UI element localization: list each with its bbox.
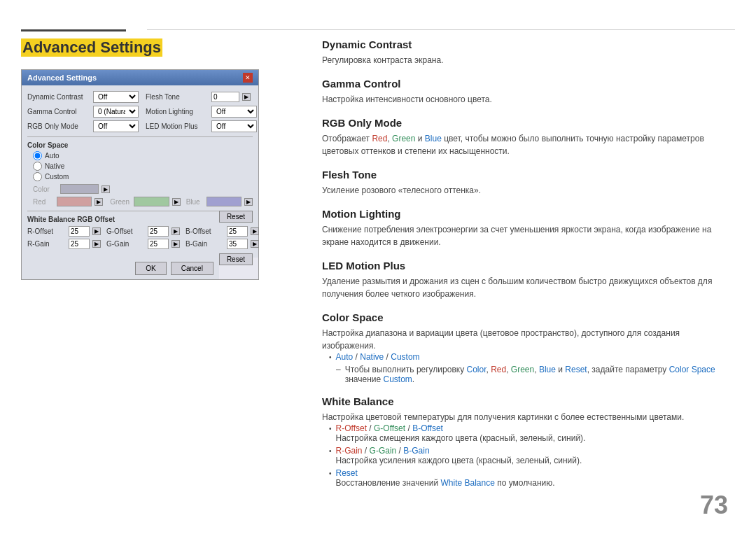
gain-desc: Настройка усиления каждого цвета (красны… [336, 456, 582, 465]
color-space-bullet-item: • Auto / Native / Custom [329, 352, 735, 362]
red-color-link: Red [491, 365, 506, 374]
g-gain-arrow[interactable]: ▶ [172, 240, 180, 248]
wb-reset-text: Reset Восстановление значений White Bala… [336, 468, 555, 488]
radio-auto-input[interactable] [33, 151, 42, 160]
section-white-balance: White Balance Настройка цветовой темпера… [322, 395, 735, 488]
dynamic-contrast-label: Dynamic Contrast [27, 93, 90, 101]
bullet-dot-reset: • [329, 470, 332, 477]
dialog-titlebar: Advanced Settings ✕ [22, 70, 258, 85]
g-gain-input[interactable] [148, 239, 169, 249]
custom-value-link: Custom [384, 374, 412, 384]
bullet-dot-1: • [329, 353, 332, 361]
rgb-only-mode-select[interactable]: Off [93, 120, 139, 132]
b-gain-label: B-Gain [186, 240, 224, 248]
radio-native-label: Native [45, 162, 64, 170]
text-motion-lighting: Снижение потребления электроэнергии за с… [322, 223, 735, 248]
color-space-bullet-list: • Auto / Native / Custom [329, 352, 735, 362]
bullet-dot-gain: • [329, 447, 332, 455]
flesh-tone-input[interactable] [211, 92, 239, 102]
green-label: Green [110, 198, 131, 206]
color-reset-button[interactable]: Reset [219, 211, 253, 223]
wb-bullet-list: • R-Offset / G-Offset / B-Offset Настрой… [329, 423, 735, 488]
heading-gamma-control: Gamma Control [322, 78, 735, 90]
color-arrow[interactable]: ▶ [102, 185, 110, 193]
g-offset-arrow[interactable]: ▶ [172, 227, 180, 235]
reset-color-link: Reset [565, 365, 587, 374]
wb-gain-row: R-Gain ▶ G-Gain ▶ B-Gain ▶ [27, 239, 253, 249]
radio-native: Native [33, 162, 253, 171]
g-offset-input[interactable] [148, 226, 169, 237]
motion-lighting-label: Motion Lighting [146, 108, 209, 115]
color-space-radio-group: Auto Native Custom [33, 151, 253, 181]
red-swatch [57, 197, 92, 206]
r-gain-label: R-Gain [27, 240, 66, 248]
native-link: Native [360, 352, 384, 362]
r-gain-input[interactable] [69, 239, 90, 249]
radio-custom: Custom [33, 172, 253, 181]
page-number: 73 [700, 491, 728, 520]
color-label: Color [33, 185, 57, 193]
green-swatch [134, 197, 169, 206]
wb-reset-link: Reset [336, 468, 358, 478]
section-gamma-control: Gamma Control Настройка интенсивности ос… [322, 78, 735, 106]
gamma-control-select[interactable]: 0 (Natural) [93, 106, 139, 118]
led-motion-plus-select[interactable]: Off [211, 120, 257, 132]
radio-custom-input[interactable] [33, 172, 42, 181]
color-row-inputs: Color ▶ Red ▶ Green ▶ Blue ▶ Reset [33, 184, 253, 206]
heading-rgb-only-mode: RGB Only Mode [322, 117, 735, 129]
dynamic-contrast-select[interactable]: Off [93, 91, 139, 103]
advanced-settings-dialog: Advanced Settings ✕ Dynamic Contrast Off… [21, 69, 259, 280]
wb-bullet-gain: • R-Gain / G-Gain / B-Gain Настройка уси… [329, 446, 735, 465]
b-gain-input[interactable] [227, 239, 248, 249]
green-arrow[interactable]: ▶ [172, 198, 181, 206]
section-motion-lighting: Motion Lighting Снижение потребления эле… [322, 208, 735, 248]
g-gain-label: G-Gain [106, 240, 145, 248]
color-swatch [60, 184, 99, 194]
red-arrow[interactable]: ▶ [94, 198, 103, 206]
right-panel: Dynamic Contrast Регулировка контраста э… [322, 38, 735, 499]
dialog-close-button[interactable]: ✕ [243, 73, 253, 83]
b-offset-input[interactable] [227, 226, 248, 237]
text-color-space: Настройка диапазона и вариации цвета (цв… [322, 327, 735, 352]
b-offset-link: B-Offset [412, 423, 443, 433]
cancel-button[interactable]: Cancel [171, 262, 214, 275]
led-motion-plus-label: LED Motion Plus [146, 122, 209, 130]
wb-reset-button[interactable]: Reset [219, 253, 253, 265]
flesh-tone-label: Flesh Tone [146, 93, 209, 101]
wb-bullet-reset: • Reset Восстановление значений White Ba… [329, 468, 735, 488]
sub-dash-1: – [336, 365, 341, 374]
offset-desc: Настройка смещения каждого цвета (красны… [336, 433, 586, 443]
motion-lighting-select[interactable]: Off [211, 106, 257, 118]
dialog-footer: OK Cancel [22, 258, 219, 279]
wb-offset-text: R-Offset / G-Offset / B-Offset Настройка… [336, 423, 586, 443]
section-flesh-tone: Flesh Tone Усиление розового «телесного … [322, 169, 735, 197]
green-color-link: Green [511, 365, 534, 374]
divider-1 [27, 136, 253, 137]
r-offset-input[interactable] [69, 226, 90, 237]
flesh-tone-arrow-right[interactable]: ▶ [242, 93, 251, 101]
text-gamma-control: Настройка интенсивности основного цвета. [322, 93, 735, 106]
color-row: Color ▶ [33, 184, 253, 194]
b-offset-arrow[interactable]: ▶ [251, 227, 259, 235]
ok-button[interactable]: OK [135, 262, 166, 275]
radio-native-input[interactable] [33, 162, 42, 171]
section-color-space: Color Space Настройка диапазона и вариац… [322, 311, 735, 384]
section-dynamic-contrast: Dynamic Contrast Регулировка контраста э… [322, 38, 735, 66]
b-gain-arrow[interactable]: ▶ [251, 240, 259, 248]
color-space-link: Color Space [669, 365, 715, 374]
dialog-title: Advanced Settings [27, 73, 97, 82]
left-panel: Advanced Settings Advanced Settings ✕ Dy… [21, 38, 294, 280]
r-offset-arrow[interactable]: ▶ [92, 227, 101, 235]
blue-swatch [206, 197, 241, 206]
heading-white-balance: White Balance [322, 395, 735, 407]
blue-arrow[interactable]: ▶ [244, 198, 253, 206]
heading-led-motion-plus: LED Motion Plus [322, 260, 735, 272]
radio-auto: Auto [33, 151, 253, 160]
white-balance-link: White Balance [440, 478, 494, 488]
dialog-row-3: RGB Only Mode Off LED Motion Plus Off [27, 120, 253, 132]
r-gain-arrow[interactable]: ▶ [92, 240, 101, 248]
blue-label: Blue [186, 198, 204, 206]
auto-link: Auto [336, 352, 354, 362]
color-space-sub-item: – Чтобы выполнить регулировку Color, Red… [336, 365, 735, 384]
top-line-right [147, 29, 735, 30]
